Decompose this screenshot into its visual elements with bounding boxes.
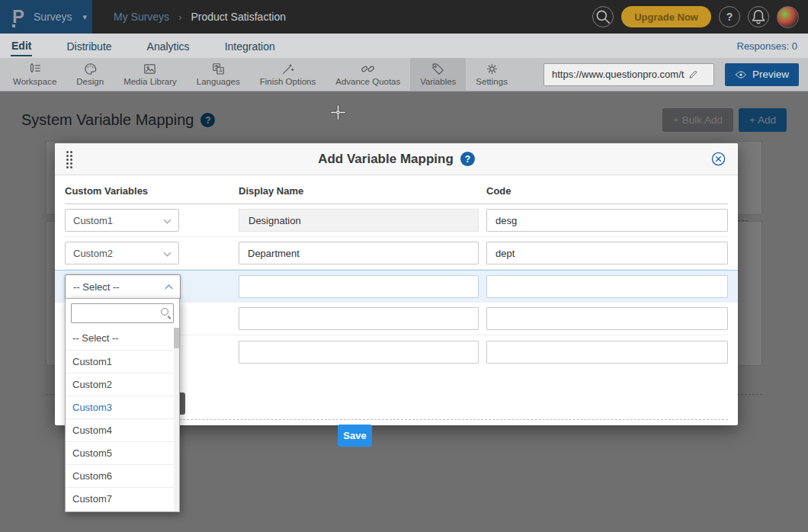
obscured-button-edge [179,393,185,415]
chevron-up-icon [165,284,173,292]
display-name-input[interactable] [239,307,479,330]
languages-translate-icon: A [211,62,226,76]
toolbar-item-design[interactable]: Design [66,58,114,91]
help-icon[interactable]: ? [719,6,740,27]
section-nav: Edit Distribute Analytics Integration Re… [0,34,808,58]
questionpro-logo: P [12,8,24,26]
dropdown-option[interactable]: Custom6 [66,464,179,487]
toolbar-item-label: Settings [476,77,508,86]
code-input[interactable] [486,275,728,298]
toolbar-item-label: Design [76,77,104,86]
toolbar-item-label: Advance Quotas [335,77,400,86]
modal-title: Add Variable Mapping [318,152,454,167]
variable-select[interactable]: Custom1 [65,209,179,232]
display-name-input[interactable] [239,275,479,298]
variable-select-value: Custom2 [73,248,113,259]
variable-dropdown-panel: -- Select --Custom1Custom2Custom3Custom4… [65,298,180,512]
dropdown-scrollbar[interactable] [174,328,179,511]
modal-header: Add Variable Mapping ? [55,143,738,175]
topbar: P Surveys ▾ My Surveys › Product Satisfa… [0,0,808,34]
toolbar-item-label: Variables [420,77,456,86]
display-name-field[interactable]: Designation [239,209,479,232]
toolbar-item-label: Media Library [123,77,177,86]
dropdown-option[interactable]: Custom7 [66,487,179,510]
toolbar-item-settings[interactable]: Settings [466,58,518,91]
dropdown-option[interactable]: Custom1 [66,350,179,373]
toolbar-item-label: Languages [197,77,240,86]
chain-link-icon [361,62,375,76]
dropdown-option[interactable]: Custom5 [66,441,179,464]
code-input[interactable] [486,307,728,330]
column-header-code: Code [486,185,728,197]
breadcrumb-separator-icon: › [178,11,181,23]
preview-button[interactable]: Preview [725,63,799,86]
toolbar-item-workspace[interactable]: Workspace [3,58,66,91]
search-icon [161,308,168,316]
dropdown-options: -- Select --Custom1Custom2Custom3Custom4… [66,327,179,510]
variable-select-value: Custom1 [73,215,113,226]
variable-select-open[interactable]: -- Select -- [65,274,181,300]
screen: P Surveys ▾ My Surveys › Product Satisfa… [0,0,808,532]
code-input[interactable] [486,341,728,364]
tab-distribute[interactable]: Distribute [66,37,112,56]
breadcrumb: My Surveys › Product Satisfaction [114,11,286,23]
surveys-menu-label: Surveys [34,11,72,23]
chevron-down-icon [164,216,172,224]
topbar-actions: Upgrade Now ? [592,6,808,28]
variable-select-value: -- Select -- [73,281,120,293]
preview-button-label: Preview [752,69,789,80]
eye-icon [735,69,747,81]
dropdown-search [71,303,174,323]
toolbar-item-finish-options[interactable]: Finish Options [250,58,326,91]
magic-wand-icon [281,62,295,76]
user-avatar[interactable] [777,6,799,28]
toolbar-item-variables[interactable]: Variables [410,58,466,91]
chevron-down-icon: ▾ [83,12,88,22]
search-icon[interactable] [592,6,614,27]
dropdown-option[interactable]: Custom4 [66,418,179,441]
dropdown-option[interactable]: Custom2 [66,373,179,396]
toolbar-item-media-library[interactable]: Media Library [114,58,187,91]
toolbar-item-label: Workspace [13,77,56,86]
display-name-input[interactable] [239,242,479,264]
edit-toolbar: Workspace Design Media Library A Languag… [0,58,808,91]
toolbar-item-languages[interactable]: A Languages [187,58,250,91]
media-image-icon [143,62,157,76]
surveys-menu[interactable]: P Surveys ▾ [0,0,92,34]
code-input[interactable] [486,242,728,264]
save-button[interactable]: Save [338,425,372,447]
dropdown-search-input[interactable] [71,303,174,323]
tab-edit[interactable]: Edit [11,36,32,56]
table-row: Custom2 [65,237,728,270]
workspace-icon [27,62,42,76]
upgrade-now-button[interactable]: Upgrade Now [621,6,711,27]
toolbar-item-label: Finish Options [260,77,316,86]
table-row: Custom1 Designation [65,204,728,237]
survey-url-input[interactable] [544,69,688,80]
code-input[interactable] [486,209,728,232]
modal-help-icon[interactable]: ? [460,152,475,166]
chevron-down-icon [164,249,172,257]
variable-select[interactable]: Custom2 [65,242,179,264]
survey-url-area: Preview [543,58,805,91]
table-header-row: Custom Variables Display Name Code [65,175,728,204]
toolbar-item-advance-quotas[interactable]: Advance Quotas [325,58,410,91]
display-name-input[interactable] [239,341,479,364]
close-icon[interactable] [710,151,726,167]
survey-url-field[interactable] [543,63,714,86]
tag-icon [431,62,445,76]
edit-url-pencil-icon[interactable] [688,69,699,80]
drag-handle-icon[interactable] [66,151,72,168]
tab-integration[interactable]: Integration [224,37,276,56]
column-header-display-name: Display Name [239,185,486,197]
dropdown-option[interactable]: -- Select -- [66,327,179,350]
scrollbar-thumb[interactable] [174,328,179,348]
design-palette-icon [83,62,98,76]
breadcrumb-parent[interactable]: My Surveys [114,11,169,23]
dropdown-option[interactable]: Custom3 [66,396,179,418]
column-header-custom-variables: Custom Variables [65,185,239,197]
notifications-bell-icon[interactable] [748,6,769,27]
tab-analytics[interactable]: Analytics [146,37,191,56]
breadcrumb-current: Product Satisfaction [191,11,286,23]
gear-icon [485,62,499,76]
